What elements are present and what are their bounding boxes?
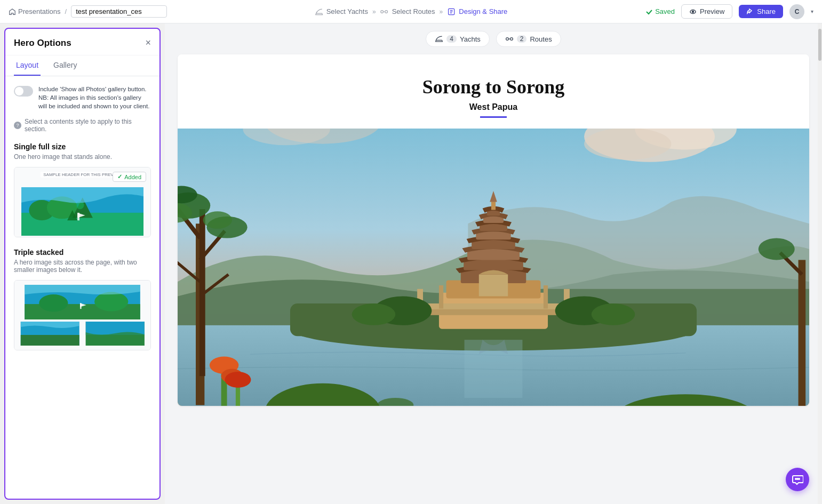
help-text: Select a contents style to apply to this… — [25, 118, 151, 133]
layout-triple-stacked: Triple stacked A hero image sits across … — [14, 248, 151, 350]
check-icon — [645, 8, 653, 15]
presentation-area: Sorong to Sorong West Papua — [178, 54, 809, 406]
sidebar-content: Include 'Show all Photos' gallery button… — [5, 76, 159, 499]
yacht-icon — [315, 7, 323, 16]
sidebar-panel: Hero Options × Layout Gallery Include 'S… — [4, 28, 161, 500]
svg-point-13 — [39, 294, 68, 312]
svg-rect-65 — [799, 260, 806, 406]
svg-point-53 — [592, 303, 635, 325]
routes-filter-pill[interactable]: 2 Routes — [496, 31, 561, 47]
layout-card-triple[interactable] — [14, 280, 151, 350]
yachts-count: 4 — [446, 35, 457, 43]
tab-gallery[interactable]: Gallery — [51, 55, 79, 76]
chat-icon — [792, 474, 803, 485]
triple-bottom-left — [19, 322, 82, 346]
triple-bottom-right — [84, 322, 147, 346]
saved-indicator: Saved — [645, 7, 675, 15]
triple-top-image — [19, 285, 146, 319]
yachts-filter-pill[interactable]: 4 Yachts — [426, 31, 489, 47]
routes-filter-icon — [505, 35, 514, 43]
sidebar-title: Hero Options — [14, 38, 71, 49]
svg-rect-47 — [439, 285, 443, 309]
saved-label: Saved — [655, 7, 675, 15]
svg-point-88 — [799, 478, 800, 479]
triple-top-svg — [19, 285, 146, 319]
preview-label: Preview — [700, 7, 724, 15]
hero-image — [178, 129, 809, 406]
step-chevron-1: » — [372, 8, 376, 15]
presentation-header: Sorong to Sorong West Papua — [178, 54, 809, 129]
presentation-title: Sorong to Sorong — [199, 76, 788, 98]
share-button[interactable]: Share — [739, 5, 783, 18]
user-avatar[interactable]: C — [789, 4, 804, 19]
sidebar-header: Hero Options × — [5, 29, 159, 55]
svg-point-4 — [692, 11, 694, 12]
layout-triple-desc: A hero image sits across the page, with … — [14, 259, 151, 274]
card-single-image — [21, 186, 144, 237]
presentation-name-input[interactable] — [71, 5, 167, 18]
svg-point-86 — [795, 478, 796, 479]
presentation-divider — [480, 116, 507, 118]
sidebar-tabs: Layout Gallery — [5, 55, 159, 76]
triple-bottom-right-svg — [84, 322, 147, 346]
presentation-subtitle: West Papua — [199, 102, 788, 112]
step-navigation: Select Yachts » Select Routes » Design &… — [315, 7, 508, 16]
home-icon — [9, 8, 16, 15]
main-content-area: 4 Yachts 2 Routes Sorong to Sorong West … — [165, 23, 822, 504]
step-chevron-2: » — [440, 8, 443, 15]
bali-temple-scene — [178, 129, 809, 406]
layout-triple-title: Triple stacked — [14, 248, 151, 257]
scrollbar[interactable] — [818, 23, 822, 504]
breadcrumb-area: Presentations / — [9, 5, 167, 18]
step-select-yachts[interactable]: Select Yachts — [315, 7, 368, 16]
svg-point-72 — [225, 372, 251, 388]
breadcrumb-home-label: Presentations — [18, 7, 61, 15]
step-design-share[interactable]: Design & Share — [447, 7, 507, 16]
user-initial: C — [795, 8, 800, 15]
yachts-label: Yachts — [460, 35, 481, 43]
svg-point-20 — [506, 38, 508, 41]
svg-rect-49 — [479, 275, 508, 297]
svg-point-14 — [94, 292, 128, 311]
step-design-label: Design & Share — [459, 7, 507, 15]
svg-point-87 — [797, 478, 798, 479]
card-triple-preview — [14, 281, 150, 350]
filter-bar: 4 Yachts 2 Routes — [165, 23, 822, 54]
tab-layout[interactable]: Layout — [14, 55, 41, 76]
main-layout: Hero Options × Layout Gallery Include 'S… — [0, 23, 822, 504]
layout-single-full: Single full size One hero image that sta… — [14, 142, 151, 237]
layout-card-single[interactable]: SAMPLE HEADER FOR THIS PREVIEW — [14, 167, 151, 237]
step-select-routes[interactable]: Select Routes — [380, 7, 435, 16]
svg-point-25 — [584, 129, 671, 160]
scrollbar-thumb[interactable] — [818, 29, 821, 61]
section-help: ? Select a contents style to apply to th… — [14, 118, 151, 133]
toggle-slider — [14, 86, 33, 97]
routes-count: 2 — [517, 35, 527, 43]
step-yachts-label: Select Yachts — [326, 7, 368, 15]
layout-single-desc: One hero image that stands alone. — [14, 153, 151, 161]
preview-button[interactable]: Preview — [681, 4, 732, 19]
routes-label: Routes — [530, 35, 552, 43]
added-badge-label: Added — [124, 174, 141, 180]
gallery-toggle-row: Include 'Show all Photos' gallery button… — [14, 85, 151, 110]
svg-point-0 — [381, 10, 384, 13]
svg-rect-48 — [544, 285, 548, 309]
yacht-filter-icon — [435, 35, 443, 43]
eye-icon — [689, 8, 697, 15]
presentations-link[interactable]: Presentations — [9, 7, 61, 15]
nav-actions: Saved Preview Share C ▾ — [645, 4, 813, 19]
gallery-toggle[interactable] — [14, 86, 33, 97]
svg-point-64 — [203, 211, 232, 229]
close-sidebar-button[interactable]: × — [145, 37, 151, 49]
svg-point-67 — [759, 238, 795, 260]
share-icon — [746, 8, 754, 15]
card-preview-label: SAMPLE HEADER FOR THIS PREVIEW — [40, 172, 125, 178]
chat-bubble-button[interactable] — [786, 468, 809, 491]
breadcrumb-separator: / — [65, 7, 67, 15]
toggle-description: Include 'Show all Photos' gallery button… — [38, 85, 151, 110]
top-navigation: Presentations / Select Yachts » Select R… — [0, 0, 822, 23]
help-icon: ? — [14, 122, 21, 129]
user-menu-chevron[interactable]: ▾ — [811, 9, 813, 14]
added-badge: Added — [113, 172, 146, 182]
step-routes-label: Select Routes — [392, 7, 435, 15]
